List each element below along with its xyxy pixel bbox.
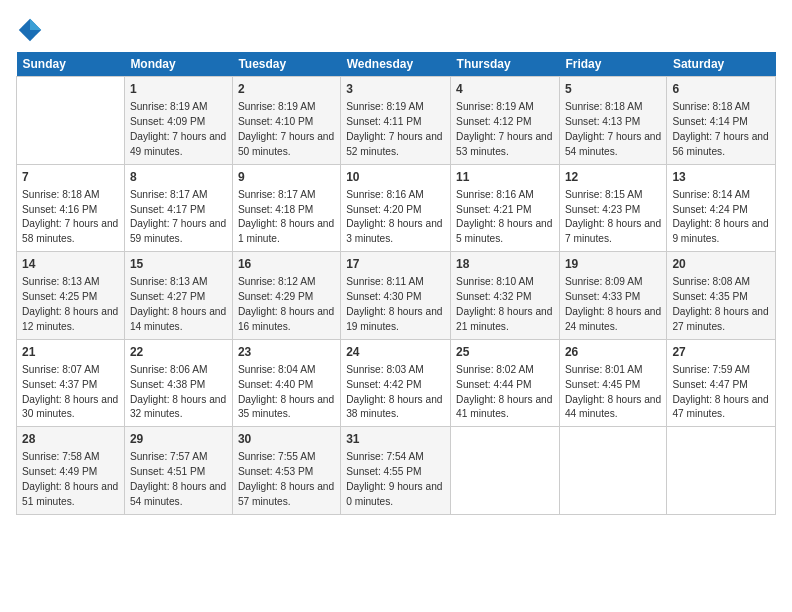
- sunset-text: Sunset: 4:09 PM: [130, 116, 205, 127]
- day-cell: [667, 427, 776, 515]
- daylight-text: Daylight: 7 hours and 53 minutes.: [456, 131, 552, 157]
- daylight-text: Daylight: 7 hours and 50 minutes.: [238, 131, 334, 157]
- daylight-text: Daylight: 7 hours and 59 minutes.: [130, 218, 226, 244]
- day-number: 4: [456, 81, 554, 98]
- day-cell: 26Sunrise: 8:01 AMSunset: 4:45 PMDayligh…: [559, 339, 666, 427]
- day-cell: 6Sunrise: 8:18 AMSunset: 4:14 PMDaylight…: [667, 77, 776, 165]
- sunrise-text: Sunrise: 8:18 AM: [565, 101, 643, 112]
- day-number: 21: [22, 344, 119, 361]
- day-cell: 4Sunrise: 8:19 AMSunset: 4:12 PMDaylight…: [451, 77, 560, 165]
- day-cell: 31Sunrise: 7:54 AMSunset: 4:55 PMDayligh…: [341, 427, 451, 515]
- day-number: 19: [565, 256, 661, 273]
- sunrise-text: Sunrise: 8:12 AM: [238, 276, 316, 287]
- sunset-text: Sunset: 4:32 PM: [456, 291, 531, 302]
- day-number: 23: [238, 344, 335, 361]
- header: [16, 16, 776, 44]
- calendar-table: SundayMondayTuesdayWednesdayThursdayFrid…: [16, 52, 776, 515]
- daylight-text: Daylight: 8 hours and 44 minutes.: [565, 394, 661, 420]
- sunset-text: Sunset: 4:55 PM: [346, 466, 421, 477]
- sunset-text: Sunset: 4:33 PM: [565, 291, 640, 302]
- day-cell: 17Sunrise: 8:11 AMSunset: 4:30 PMDayligh…: [341, 252, 451, 340]
- sunrise-text: Sunrise: 8:11 AM: [346, 276, 424, 287]
- week-row-3: 14Sunrise: 8:13 AMSunset: 4:25 PMDayligh…: [17, 252, 776, 340]
- daylight-text: Daylight: 8 hours and 9 minutes.: [672, 218, 768, 244]
- day-cell: 16Sunrise: 8:12 AMSunset: 4:29 PMDayligh…: [232, 252, 340, 340]
- day-cell: 11Sunrise: 8:16 AMSunset: 4:21 PMDayligh…: [451, 164, 560, 252]
- daylight-text: Daylight: 7 hours and 54 minutes.: [565, 131, 661, 157]
- day-number: 2: [238, 81, 335, 98]
- day-cell: 30Sunrise: 7:55 AMSunset: 4:53 PMDayligh…: [232, 427, 340, 515]
- week-row-1: 1Sunrise: 8:19 AMSunset: 4:09 PMDaylight…: [17, 77, 776, 165]
- sunset-text: Sunset: 4:53 PM: [238, 466, 313, 477]
- daylight-text: Daylight: 8 hours and 1 minute.: [238, 218, 334, 244]
- daylight-text: Daylight: 8 hours and 41 minutes.: [456, 394, 552, 420]
- sunrise-text: Sunrise: 7:54 AM: [346, 451, 424, 462]
- day-cell: 23Sunrise: 8:04 AMSunset: 4:40 PMDayligh…: [232, 339, 340, 427]
- sunset-text: Sunset: 4:20 PM: [346, 204, 421, 215]
- day-cell: 7Sunrise: 8:18 AMSunset: 4:16 PMDaylight…: [17, 164, 125, 252]
- sunset-text: Sunset: 4:10 PM: [238, 116, 313, 127]
- daylight-text: Daylight: 8 hours and 38 minutes.: [346, 394, 442, 420]
- daylight-text: Daylight: 8 hours and 7 minutes.: [565, 218, 661, 244]
- sunrise-text: Sunrise: 8:02 AM: [456, 364, 534, 375]
- daylight-text: Daylight: 8 hours and 32 minutes.: [130, 394, 226, 420]
- day-cell: 29Sunrise: 7:57 AMSunset: 4:51 PMDayligh…: [124, 427, 232, 515]
- day-cell: 19Sunrise: 8:09 AMSunset: 4:33 PMDayligh…: [559, 252, 666, 340]
- day-number: 20: [672, 256, 770, 273]
- sunrise-text: Sunrise: 7:55 AM: [238, 451, 316, 462]
- day-number: 13: [672, 169, 770, 186]
- day-number: 14: [22, 256, 119, 273]
- col-header-saturday: Saturday: [667, 52, 776, 77]
- daylight-text: Daylight: 8 hours and 24 minutes.: [565, 306, 661, 332]
- sunrise-text: Sunrise: 8:01 AM: [565, 364, 643, 375]
- day-number: 22: [130, 344, 227, 361]
- daylight-text: Daylight: 8 hours and 51 minutes.: [22, 481, 118, 507]
- daylight-text: Daylight: 8 hours and 27 minutes.: [672, 306, 768, 332]
- day-cell: 28Sunrise: 7:58 AMSunset: 4:49 PMDayligh…: [17, 427, 125, 515]
- day-number: 5: [565, 81, 661, 98]
- sunset-text: Sunset: 4:27 PM: [130, 291, 205, 302]
- week-row-5: 28Sunrise: 7:58 AMSunset: 4:49 PMDayligh…: [17, 427, 776, 515]
- sunrise-text: Sunrise: 7:58 AM: [22, 451, 100, 462]
- sunrise-text: Sunrise: 8:07 AM: [22, 364, 100, 375]
- sunset-text: Sunset: 4:30 PM: [346, 291, 421, 302]
- day-cell: 27Sunrise: 7:59 AMSunset: 4:47 PMDayligh…: [667, 339, 776, 427]
- col-header-friday: Friday: [559, 52, 666, 77]
- sunrise-text: Sunrise: 8:10 AM: [456, 276, 534, 287]
- sunrise-text: Sunrise: 8:18 AM: [672, 101, 750, 112]
- sunset-text: Sunset: 4:25 PM: [22, 291, 97, 302]
- day-cell: 20Sunrise: 8:08 AMSunset: 4:35 PMDayligh…: [667, 252, 776, 340]
- sunset-text: Sunset: 4:13 PM: [565, 116, 640, 127]
- day-number: 7: [22, 169, 119, 186]
- day-number: 1: [130, 81, 227, 98]
- day-cell: 12Sunrise: 8:15 AMSunset: 4:23 PMDayligh…: [559, 164, 666, 252]
- sunset-text: Sunset: 4:23 PM: [565, 204, 640, 215]
- week-row-2: 7Sunrise: 8:18 AMSunset: 4:16 PMDaylight…: [17, 164, 776, 252]
- daylight-text: Daylight: 7 hours and 49 minutes.: [130, 131, 226, 157]
- day-number: 28: [22, 431, 119, 448]
- daylight-text: Daylight: 8 hours and 19 minutes.: [346, 306, 442, 332]
- sunrise-text: Sunrise: 8:09 AM: [565, 276, 643, 287]
- daylight-text: Daylight: 8 hours and 47 minutes.: [672, 394, 768, 420]
- day-number: 12: [565, 169, 661, 186]
- day-cell: 10Sunrise: 8:16 AMSunset: 4:20 PMDayligh…: [341, 164, 451, 252]
- sunrise-text: Sunrise: 7:59 AM: [672, 364, 750, 375]
- sunset-text: Sunset: 4:12 PM: [456, 116, 531, 127]
- day-number: 11: [456, 169, 554, 186]
- sunset-text: Sunset: 4:35 PM: [672, 291, 747, 302]
- daylight-text: Daylight: 8 hours and 21 minutes.: [456, 306, 552, 332]
- sunrise-text: Sunrise: 8:19 AM: [346, 101, 424, 112]
- daylight-text: Daylight: 8 hours and 54 minutes.: [130, 481, 226, 507]
- sunrise-text: Sunrise: 8:16 AM: [456, 189, 534, 200]
- day-number: 26: [565, 344, 661, 361]
- day-cell: 9Sunrise: 8:17 AMSunset: 4:18 PMDaylight…: [232, 164, 340, 252]
- day-number: 31: [346, 431, 445, 448]
- day-number: 9: [238, 169, 335, 186]
- logo-icon: [16, 16, 44, 44]
- sunrise-text: Sunrise: 8:18 AM: [22, 189, 100, 200]
- sunset-text: Sunset: 4:42 PM: [346, 379, 421, 390]
- day-number: 6: [672, 81, 770, 98]
- header-row: SundayMondayTuesdayWednesdayThursdayFrid…: [17, 52, 776, 77]
- daylight-text: Daylight: 7 hours and 52 minutes.: [346, 131, 442, 157]
- sunrise-text: Sunrise: 8:19 AM: [238, 101, 316, 112]
